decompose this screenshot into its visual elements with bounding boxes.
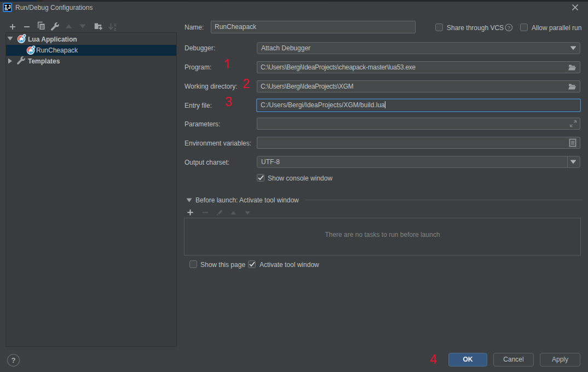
svg-text:?: ? (508, 25, 510, 31)
svg-text:z: z (114, 26, 116, 32)
svg-text:?: ? (11, 356, 16, 364)
